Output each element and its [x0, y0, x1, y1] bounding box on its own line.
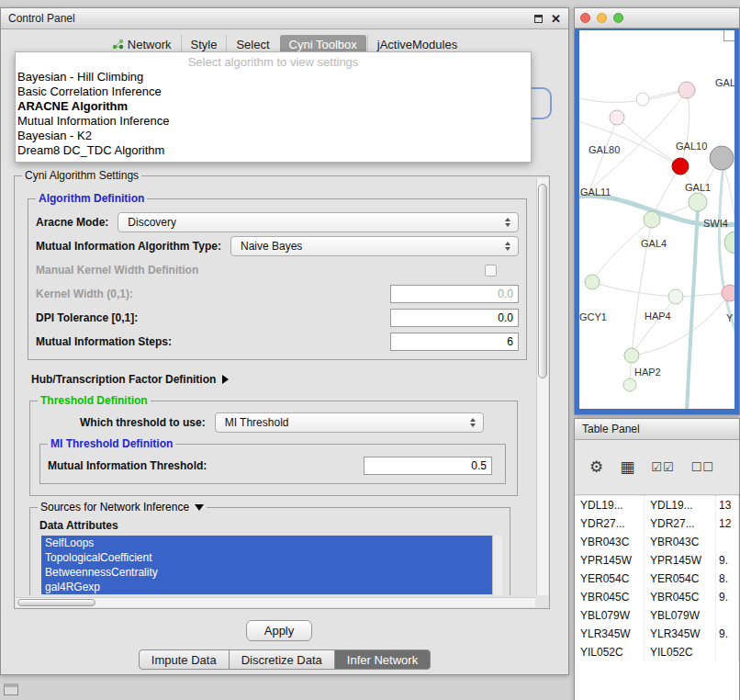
scrollbar-thumb[interactable]: [17, 599, 95, 606]
network-edge[interactable]: [680, 90, 690, 166]
table-row[interactable]: YER054CYER054C8.: [575, 570, 739, 588]
table-cell: YER054C: [645, 570, 716, 588]
algorithm-option[interactable]: Bayesian - K2: [16, 129, 531, 143]
attribute-item[interactable]: gal4RGexp: [41, 580, 492, 594]
network-edge[interactable]: [579, 120, 680, 166]
network-edge[interactable]: [632, 297, 676, 356]
show-columns-icon[interactable]: ▦: [620, 459, 634, 475]
table-row[interactable]: YDR27...YDR27...12: [575, 514, 739, 533]
network-node[interactable]: [644, 211, 660, 228]
network-node[interactable]: [722, 285, 734, 301]
float-window-icon[interactable]: [534, 15, 543, 23]
aracne-mode-label: Aracne Mode:: [36, 216, 108, 229]
network-edge[interactable]: [579, 90, 687, 102]
control-panel-titlebar[interactable]: Control Panel ✕: [1, 8, 568, 29]
mi-threshold-definition-group: MI Threshold Definition Mutual Informati…: [39, 444, 506, 484]
table-cell: YBR043C: [575, 533, 645, 551]
network-node[interactable]: [668, 289, 683, 304]
close-traffic-light[interactable]: [580, 13, 590, 23]
table-cell: YDL19...: [645, 496, 716, 514]
network-titlebar[interactable]: [575, 8, 739, 28]
table-row[interactable]: YLR345WYLR345W9.: [575, 625, 739, 643]
attribute-item[interactable]: SelfLoops: [41, 536, 492, 550]
table-panel-titlebar[interactable]: Table Panel: [575, 419, 739, 440]
mi-steps-input[interactable]: [390, 333, 519, 351]
table-settings-icon[interactable]: ⚙: [589, 459, 603, 475]
mi-type-value: Naive Bayes: [241, 240, 302, 253]
network-edge[interactable]: [589, 90, 687, 191]
table-row[interactable]: YPR145WYPR145W9.: [575, 551, 739, 570]
algorithm-option[interactable]: Mutual Information Inference: [16, 114, 531, 129]
tab-impute-data[interactable]: Impute Data: [139, 649, 230, 670]
table-cell: YPR145W: [575, 551, 645, 570]
attribute-item[interactable]: TopologicalCoefficient: [41, 550, 492, 565]
network-svg: GALGAL80GAL10GAL11GAL1SWI4GAL4GCY1HAP4YH…: [579, 30, 734, 409]
network-node[interactable]: [678, 82, 695, 98]
tab-discretize-data[interactable]: Discretize Data: [229, 649, 335, 670]
mi-threshold-input[interactable]: [364, 457, 492, 475]
table-cell: [716, 533, 739, 551]
node-label: GAL1: [685, 182, 711, 193]
birdseye-toggle[interactable]: [723, 30, 734, 41]
mi-steps-label: Mutual Information Steps:: [36, 335, 172, 348]
network-edge[interactable]: [592, 282, 676, 297]
which-threshold-value: MI Threshold: [225, 416, 289, 429]
table-row[interactable]: YIL052CYIL052C: [575, 643, 739, 661]
tab-infer-network[interactable]: Infer Network: [334, 649, 431, 670]
attributes-scrollbar[interactable]: [492, 536, 502, 595]
algorithm-popup-placeholder[interactable]: Select algorithm to view settings: [16, 54, 531, 70]
mi-threshold-group-title: MI Threshold Definition: [48, 437, 175, 450]
network-edge[interactable]: [687, 207, 698, 409]
network-icon: [112, 39, 124, 50]
algorithm-option[interactable]: Dream8 DC_TDC Algorithm: [16, 143, 531, 158]
network-edge[interactable]: [592, 220, 652, 282]
hub-definition-toggle[interactable]: Hub/Transcription Factor Definition: [31, 371, 527, 388]
table-row[interactable]: YBR043CYBR043C: [575, 533, 739, 551]
deselect-all-icon[interactable]: ☐☐: [691, 461, 714, 473]
settings-vertical-scrollbar[interactable]: [536, 178, 548, 595]
network-node[interactable]: [636, 93, 649, 106]
window-restore-icon[interactable]: [4, 683, 18, 695]
bottom-tabbar: Impute Data Discretize Data Infer Networ…: [1, 649, 568, 670]
mi-type-select[interactable]: Naive Bayes: [230, 236, 519, 256]
algorithm-definition-group: Algorithm Definition Aracne Mode: Discov…: [28, 198, 527, 360]
network-node[interactable]: [672, 158, 689, 175]
select-all-icon[interactable]: ☑☑: [651, 461, 674, 473]
dpi-tolerance-input[interactable]: [390, 309, 519, 327]
algorithm-option[interactable]: Basic Correlation Inference: [16, 85, 531, 99]
dpi-tolerance-row: DPI Tolerance [0,1]:: [36, 306, 519, 330]
which-threshold-select[interactable]: MI Threshold: [215, 412, 484, 433]
manual-kernel-checkbox[interactable]: [485, 265, 497, 277]
algorithm-option-selected[interactable]: ARACNE Algorithm: [16, 99, 531, 114]
kernel-width-input[interactable]: [390, 285, 519, 303]
aracne-mode-select[interactable]: Discovery: [118, 212, 519, 232]
settings-horizontal-scrollbar[interactable]: [17, 597, 535, 607]
network-node[interactable]: [689, 193, 707, 211]
threshold-definition-title: Threshold Definition: [38, 394, 151, 407]
network-canvas[interactable]: GALGAL80GAL10GAL11GAL1SWI4GAL4GCY1HAP4YH…: [579, 30, 734, 409]
network-node[interactable]: [724, 231, 734, 254]
tab-network-label: Network: [128, 38, 172, 51]
network-node[interactable]: [610, 110, 624, 125]
apply-button[interactable]: Apply: [246, 620, 312, 641]
network-node[interactable]: [623, 378, 636, 391]
table-cell: YBR045C: [645, 588, 716, 606]
attribute-item[interactable]: BetweennessCentrality: [41, 565, 492, 580]
close-icon[interactable]: ✕: [551, 13, 561, 25]
sources-toggle[interactable]: Sources for Network Inference: [38, 501, 207, 514]
network-node[interactable]: [710, 146, 734, 170]
scrollbar-thumb[interactable]: [538, 184, 547, 378]
minimize-traffic-light[interactable]: [597, 13, 607, 23]
network-node[interactable]: [624, 348, 639, 363]
table-cell: [716, 643, 739, 661]
table-row[interactable]: YBR045CYBR045C9.: [575, 588, 739, 606]
table-row[interactable]: YBL079WYBL079W: [575, 606, 739, 625]
zoom-traffic-light[interactable]: [613, 13, 623, 23]
algorithm-option[interactable]: Bayesian - Hill Climbing: [16, 70, 531, 85]
network-node[interactable]: [585, 275, 600, 289]
network-edge[interactable]: [617, 118, 680, 166]
mi-threshold-label: Mutual Information Threshold:: [48, 459, 207, 472]
node-label: HAP4: [645, 310, 671, 322]
threshold-definition-group: Threshold Definition Which threshold to …: [29, 401, 518, 496]
table-row[interactable]: YDL19...YDL19...13: [575, 496, 739, 514]
